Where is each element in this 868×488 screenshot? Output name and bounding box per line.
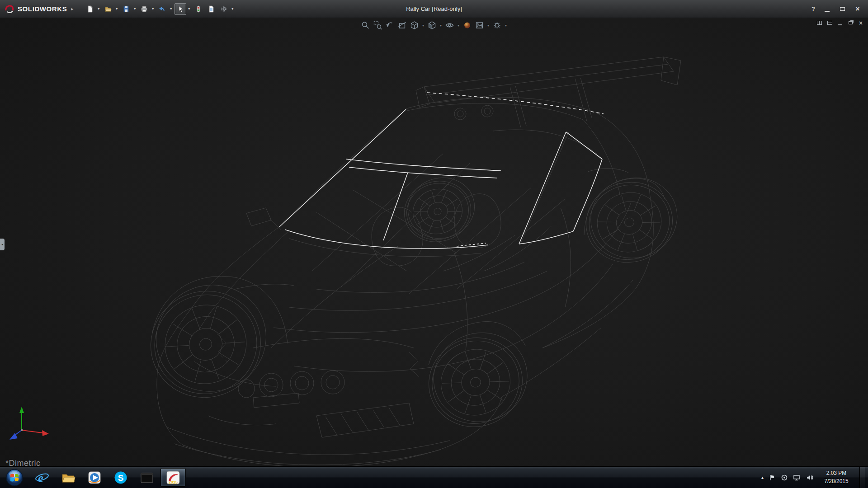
- eye-icon: [445, 21, 454, 30]
- print-icon: [141, 5, 148, 13]
- network-icon[interactable]: [793, 474, 801, 481]
- options-group: ▾: [218, 3, 235, 15]
- orientation-triad: [6, 404, 53, 446]
- select-button[interactable]: [175, 3, 186, 15]
- open-caret-icon[interactable]: ▾: [114, 7, 119, 11]
- hide-show-items-caret-icon[interactable]: ▾: [457, 23, 461, 28]
- new-document-group: ▾: [84, 3, 101, 15]
- taskbar-terminal-window[interactable]: [134, 468, 160, 487]
- windows-start-orb-icon: [5, 469, 24, 487]
- zoom-to-fit-button[interactable]: [360, 20, 371, 31]
- display-style-caret-icon[interactable]: ▾: [439, 23, 443, 28]
- save-caret-icon[interactable]: ▾: [132, 7, 137, 11]
- close-button[interactable]: ×: [851, 4, 864, 14]
- model-rally-car-wireframe[interactable]: [0, 18, 868, 466]
- section-view-button[interactable]: [397, 20, 408, 31]
- open-button[interactable]: [102, 3, 114, 15]
- terminal-window-icon: [140, 470, 154, 485]
- titlebar-controls: ? ×: [808, 4, 868, 14]
- svg-text:e: e: [38, 471, 43, 485]
- scene-photo-icon: [475, 21, 484, 30]
- tile-horizontal-button[interactable]: [826, 19, 833, 26]
- edit-appearance-button[interactable]: [462, 20, 473, 31]
- hidden-icons-button[interactable]: ▴: [761, 475, 764, 480]
- taskbar-internet-explorer[interactable]: e: [29, 468, 55, 487]
- 3ds-logo-icon: [5, 4, 14, 14]
- heads-up-view-toolbar: ▾ ▾ ▾: [358, 19, 511, 32]
- internet-explorer-icon: e: [35, 470, 49, 485]
- new-document-caret-icon[interactable]: ▾: [96, 7, 101, 11]
- select-group: ▾: [175, 3, 192, 15]
- clock-date: 7/28/2015: [818, 478, 854, 485]
- taskbar-windows-explorer[interactable]: [56, 468, 81, 487]
- titlebar: SOLIDWORKS ▸ ▾: [0, 0, 868, 18]
- doc-minimize-button[interactable]: [836, 19, 844, 26]
- help-button[interactable]: ?: [808, 5, 818, 12]
- taskbar-apps: e S: [29, 467, 186, 488]
- solidworks-menu-button[interactable]: SOLIDWORKS ▸: [0, 0, 78, 18]
- view-settings-caret-icon[interactable]: ▾: [504, 23, 508, 28]
- taskbar-skype[interactable]: S: [108, 468, 133, 487]
- options-caret-icon[interactable]: ▾: [230, 7, 235, 11]
- zoom-to-fit-icon: [361, 21, 370, 30]
- minimize-icon: [825, 11, 830, 12]
- featuremanager-collapse-tab[interactable]: ◂: [0, 239, 5, 250]
- minimize-button[interactable]: [820, 4, 834, 14]
- print-group: ▾: [138, 3, 156, 15]
- taskbar-media-player[interactable]: [82, 468, 107, 487]
- save-floppy-icon: [123, 5, 130, 13]
- maximize-button[interactable]: [835, 4, 849, 14]
- section-view-icon: [398, 21, 407, 30]
- open-folder-icon: [104, 5, 112, 13]
- system-tray: ▴ 2:03 PM 7/28/2015: [761, 467, 868, 488]
- windows-update-icon[interactable]: [781, 474, 788, 481]
- undo-group: ▾: [156, 3, 174, 15]
- folder-icon: [61, 470, 75, 485]
- svg-text:S: S: [118, 473, 124, 483]
- tile-vertical-button[interactable]: [816, 19, 823, 26]
- taskbar: e S: [0, 466, 868, 488]
- display-style-button[interactable]: [427, 20, 438, 31]
- previous-view-button[interactable]: [385, 20, 396, 31]
- select-cursor-icon: [177, 5, 184, 13]
- view-orientation-button[interactable]: [409, 20, 420, 31]
- menu-flyout-arrow-icon[interactable]: ▸: [71, 6, 73, 11]
- zoom-to-area-button[interactable]: [373, 20, 383, 31]
- doc-restore-button[interactable]: [847, 19, 854, 26]
- doc-minimize-icon: [838, 24, 842, 25]
- skype-icon: S: [113, 470, 128, 485]
- doc-close-button[interactable]: ×: [857, 19, 864, 26]
- action-center-flag-icon[interactable]: [769, 474, 776, 481]
- hide-show-items-button[interactable]: [444, 20, 455, 31]
- tile-vertical-icon: [817, 21, 822, 25]
- new-document-button[interactable]: [84, 3, 96, 15]
- previous-view-icon: [386, 21, 395, 30]
- print-caret-icon[interactable]: ▾: [150, 7, 156, 11]
- maximize-icon: [840, 7, 845, 11]
- taskbar-solidworks[interactable]: 2015: [160, 468, 186, 487]
- view-orientation-caret-icon[interactable]: ▾: [421, 23, 425, 28]
- graphics-area[interactable]: ▾ ▾ ▾: [0, 18, 868, 466]
- apply-scene-button[interactable]: [474, 20, 485, 31]
- select-caret-icon[interactable]: ▾: [186, 7, 192, 11]
- print-button[interactable]: [138, 3, 150, 15]
- taskbar-clock[interactable]: 2:03 PM 7/28/2015: [818, 469, 854, 485]
- save-button[interactable]: [120, 3, 132, 15]
- file-properties-button[interactable]: [205, 3, 217, 15]
- view-settings-icon: [493, 21, 502, 30]
- view-settings-button[interactable]: [492, 20, 503, 31]
- apply-scene-caret-icon[interactable]: ▾: [486, 23, 491, 28]
- start-button[interactable]: [0, 467, 29, 488]
- view-orientation-label: *Dimetric: [5, 459, 41, 466]
- zoom-to-area-icon: [373, 21, 382, 30]
- svg-text:2015: 2015: [169, 480, 178, 484]
- rebuild-button[interactable]: [193, 3, 204, 15]
- volume-icon[interactable]: [806, 474, 813, 481]
- tile-horizontal-icon: [827, 21, 832, 25]
- clock-time: 2:03 PM: [818, 469, 854, 477]
- undo-caret-icon[interactable]: ▾: [168, 7, 174, 11]
- undo-button[interactable]: [156, 3, 168, 15]
- show-desktop-button[interactable]: [859, 467, 865, 488]
- rebuild-group: [193, 3, 204, 15]
- options-button[interactable]: [218, 3, 230, 15]
